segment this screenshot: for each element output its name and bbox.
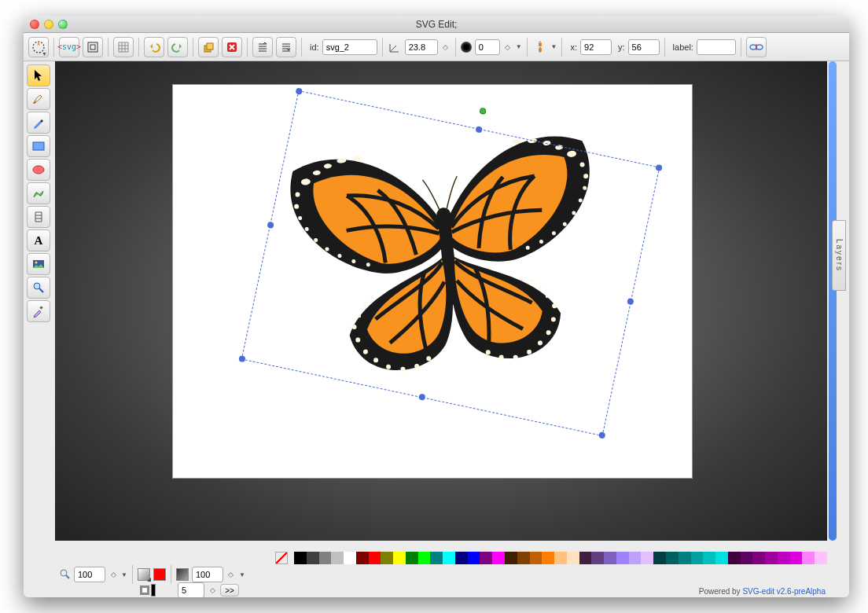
palette-swatch[interactable] <box>579 552 592 564</box>
zoom-dropdown[interactable]: ▼ <box>121 571 127 578</box>
palette-swatch[interactable] <box>567 552 579 564</box>
resize-handle-n[interactable] <box>475 126 482 133</box>
resize-handle-nw[interactable] <box>296 87 303 94</box>
ellipse-tool[interactable] <box>27 159 50 181</box>
palette-swatch[interactable] <box>480 552 492 564</box>
text-tool[interactable]: A <box>27 229 50 251</box>
palette-swatch[interactable] <box>703 552 715 564</box>
layers-panel-toggle[interactable]: Layers <box>832 220 846 291</box>
zoom-tool[interactable] <box>27 277 50 299</box>
y-input[interactable] <box>628 39 660 55</box>
palette-swatch[interactable] <box>344 552 356 564</box>
wireframe-button[interactable] <box>83 37 103 57</box>
palette-swatch[interactable] <box>629 552 642 564</box>
undo-button[interactable] <box>144 37 164 57</box>
palette-swatch[interactable] <box>666 552 679 564</box>
stroke-color-swatch[interactable] <box>140 585 149 595</box>
palette-swatch[interactable] <box>641 552 653 564</box>
palette-swatch[interactable] <box>679 552 691 564</box>
palette-swatch[interactable] <box>741 552 753 564</box>
palette-swatch[interactable] <box>765 552 778 564</box>
palette-swatch[interactable] <box>381 552 393 564</box>
pen-tool[interactable] <box>27 112 50 134</box>
palette-swatch[interactable] <box>790 552 803 564</box>
zoom-window-button[interactable] <box>58 20 68 29</box>
no-color-swatch[interactable] <box>275 552 288 564</box>
palette-swatch[interactable] <box>653 552 666 564</box>
blur-input[interactable] <box>475 39 500 55</box>
redo-button[interactable] <box>167 37 188 57</box>
stroke-gradient-icon[interactable] <box>176 568 189 581</box>
palette-swatch[interactable] <box>356 552 369 564</box>
zoom-spinner[interactable]: ◇ <box>108 571 118 578</box>
resize-handle-ne[interactable] <box>655 164 662 171</box>
palette-swatch[interactable] <box>307 552 319 564</box>
stroke-dash-button[interactable]: >> <box>220 584 239 596</box>
pencil-tool[interactable] <box>27 88 50 110</box>
shapelib-tool[interactable] <box>27 206 50 228</box>
edit-source-button[interactable]: <svg> <box>59 37 79 57</box>
palette-swatch[interactable] <box>418 552 431 564</box>
palette-swatch[interactable] <box>815 552 827 564</box>
palette-swatch[interactable] <box>319 552 332 564</box>
label-input[interactable] <box>697 39 736 55</box>
palette-swatch[interactable] <box>443 552 455 564</box>
workarea[interactable] <box>55 61 827 541</box>
main-menu-button[interactable]: ▼ <box>28 37 49 57</box>
close-window-button[interactable] <box>30 20 39 29</box>
palette-swatch[interactable] <box>294 552 307 564</box>
palette-swatch[interactable] <box>604 552 616 564</box>
angle-spinner[interactable]: ◇ <box>441 43 451 51</box>
palette-swatch[interactable] <box>505 552 517 564</box>
stroke-black-swatch[interactable] <box>151 584 156 596</box>
link-button[interactable] <box>746 37 767 57</box>
move-top-button[interactable] <box>252 37 273 57</box>
palette-swatch[interactable] <box>430 552 443 564</box>
palette-swatch[interactable] <box>468 552 480 564</box>
stroke-opacity-spinner[interactable]: ◇ <box>226 571 236 578</box>
palette-swatch[interactable] <box>616 552 629 564</box>
palette-swatch[interactable] <box>455 552 468 564</box>
palette-swatch[interactable] <box>554 552 567 564</box>
resize-handle-se[interactable] <box>598 431 605 439</box>
stroke-opacity-dropdown[interactable]: ▼ <box>239 571 245 578</box>
palette-swatch[interactable] <box>591 552 604 564</box>
stroke-width-input[interactable] <box>178 582 204 597</box>
grid-button[interactable] <box>113 37 134 57</box>
minimize-window-button[interactable] <box>44 20 53 29</box>
palette-swatch[interactable] <box>728 552 741 564</box>
clone-button[interactable] <box>198 37 219 57</box>
blur-spinner[interactable]: ◇ <box>503 43 513 51</box>
palette-swatch[interactable] <box>542 552 554 564</box>
palette-swatch[interactable] <box>517 552 530 564</box>
resize-handle-w[interactable] <box>267 222 274 229</box>
resize-handle-sw[interactable] <box>238 355 245 362</box>
palette-swatch[interactable] <box>715 552 728 564</box>
vertical-scrollbar[interactable] <box>829 61 837 541</box>
move-bottom-button[interactable] <box>276 37 296 57</box>
palette-swatch[interactable] <box>530 552 542 564</box>
angle-input[interactable] <box>405 39 438 55</box>
palette-swatch[interactable] <box>492 552 505 564</box>
stroke-width-spinner[interactable]: ◇ <box>208 586 217 594</box>
stroke-opacity-input[interactable] <box>192 567 223 582</box>
palette-swatch[interactable] <box>752 552 765 564</box>
palette-swatch[interactable] <box>691 552 704 564</box>
palette-swatch[interactable] <box>369 552 381 564</box>
rect-tool[interactable] <box>27 135 50 157</box>
select-tool[interactable] <box>27 64 50 86</box>
align-dropdown[interactable]: ▼ <box>551 43 557 50</box>
eyedropper-tool[interactable] <box>27 300 50 322</box>
blur-dropdown[interactable]: ▼ <box>516 43 522 50</box>
palette-swatch[interactable] <box>778 552 790 564</box>
fill-gradient-icon[interactable] <box>138 568 150 581</box>
image-tool[interactable] <box>27 253 50 275</box>
id-input[interactable] <box>322 39 377 55</box>
palette-swatch[interactable] <box>802 552 815 564</box>
svg-canvas[interactable] <box>173 85 692 478</box>
delete-button[interactable] <box>222 37 242 57</box>
palette-swatch[interactable] <box>393 552 406 564</box>
x-input[interactable] <box>580 39 612 55</box>
fill-color-swatch[interactable] <box>153 568 166 581</box>
zoom-input[interactable] <box>74 567 105 582</box>
